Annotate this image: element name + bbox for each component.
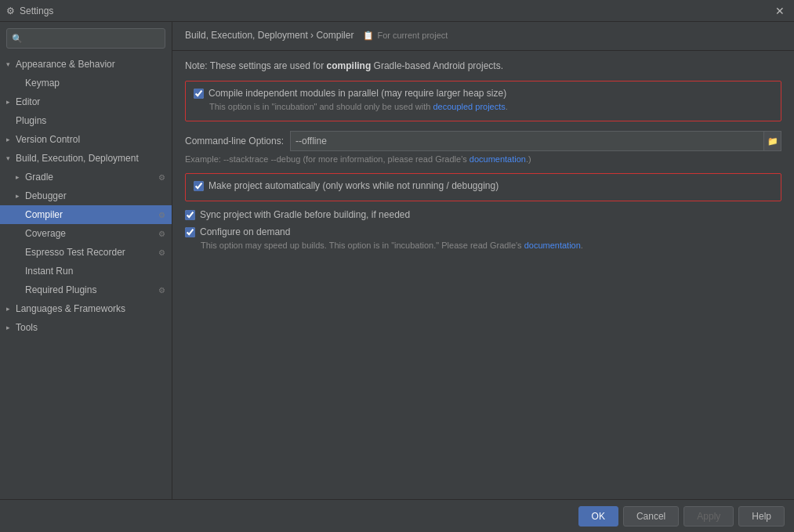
sidebar-item-version-control[interactable]: ▸ Version Control [0, 130, 172, 149]
checkbox-sync-label: Sync project with Gradle before building… [200, 209, 410, 220]
gear-icon: ⚙ [154, 286, 165, 295]
arrow-right-icon: ▸ [6, 136, 16, 143]
sidebar-item-gradle[interactable]: ▸ Gradle ⚙ [0, 168, 172, 186]
note-prefix: Note: These settings are used for [185, 60, 327, 71]
arrow-down-icon: ▾ [6, 60, 16, 68]
sidebar: 🔍 ▾ Appearance & Behavior Keymap ▸ Edito… [0, 22, 172, 499]
sidebar-item-editor[interactable]: ▸ Editor [0, 92, 172, 111]
cancel-button[interactable]: Cancel [623, 506, 679, 527]
sidebar-item-label: Debugger [25, 190, 165, 201]
sidebar-item-label: Version Control [16, 134, 165, 145]
checkbox-make[interactable] [194, 181, 204, 191]
breadcrumb: Build, Execution, Deployment › Compiler … [185, 30, 781, 41]
help-button[interactable]: Help [738, 506, 785, 527]
sidebar-item-build-execution[interactable]: ▾ Build, Execution, Deployment [0, 149, 172, 168]
arrow-right-icon: ▸ [16, 173, 25, 181]
sidebar-item-label: Espresso Test Recorder [25, 247, 154, 258]
sidebar-item-label: Keymap [25, 78, 165, 89]
checkbox-configure-row: Configure on demand [185, 226, 781, 237]
cmd-folder-button[interactable]: 📁 [763, 132, 781, 150]
sidebar-item-label: Gradle [25, 172, 154, 183]
note-bold: compiling [327, 60, 372, 71]
cmd-input-wrapper: 📁 [290, 131, 781, 151]
sidebar-item-label: Editor [16, 96, 165, 107]
sidebar-item-keymap[interactable]: Keymap [0, 74, 172, 92]
for-project-label: For current project [377, 31, 448, 40]
example-prefix: Example: --stacktrace --debug (for more … [185, 154, 470, 164]
sidebar-item-label: Coverage [25, 228, 154, 239]
search-input[interactable] [26, 33, 160, 44]
incubation-note: This option is in "incubation" and shoul… [209, 102, 773, 111]
sidebar-item-label: Plugins [16, 115, 165, 126]
sidebar-item-required-plugins[interactable]: Required Plugins ⚙ [0, 280, 172, 299]
sidebar-item-coverage[interactable]: Coverage ⚙ [0, 224, 172, 243]
incubation-prefix: This option is in "incubation" and shoul… [209, 102, 433, 111]
content-body: Note: These settings are used for compil… [172, 51, 794, 499]
bottom-bar: OK Cancel Apply Help [0, 499, 794, 532]
title-bar-left: ⚙ Settings [6, 5, 53, 16]
sidebar-item-label: Tools [16, 322, 165, 333]
configure-note: This option may speed up builds. This op… [201, 241, 781, 250]
breadcrumb-path: Build, Execution, Deployment › Compiler [185, 30, 353, 41]
sidebar-item-compiler[interactable]: Compiler ⚙ [0, 205, 172, 224]
sidebar-item-tools[interactable]: ▸ Tools [0, 318, 172, 337]
sidebar-item-label: Instant Run [25, 266, 165, 277]
search-box[interactable]: 🔍 [6, 28, 165, 49]
settings-icon: ⚙ [6, 5, 15, 16]
checkbox-parallel-row: Compile independent modules in parallel … [194, 88, 773, 99]
cmd-options-row: Command-line Options: 📁 [185, 131, 781, 151]
sidebar-item-label: Compiler [25, 209, 154, 220]
sidebar-item-label: Build, Execution, Deployment [16, 153, 165, 164]
cmd-input[interactable] [291, 136, 763, 147]
main-layout: 🔍 ▾ Appearance & Behavior Keymap ▸ Edito… [0, 22, 794, 499]
content-header: Build, Execution, Deployment › Compiler … [172, 22, 794, 51]
gear-icon: ⚙ [154, 211, 165, 219]
checkbox-sync-row: Sync project with Gradle before building… [185, 209, 781, 220]
documentation-link-1[interactable]: documentation [470, 154, 526, 164]
close-button[interactable]: ✕ [772, 3, 788, 19]
example-suffix: .) [526, 154, 531, 164]
sidebar-item-label: Languages & Frameworks [16, 303, 165, 314]
checkbox-make-row: Make project automatically (only works w… [194, 180, 773, 191]
arrow-right-icon: ▸ [6, 305, 16, 313]
checkbox-make-label: Make project automatically (only works w… [208, 180, 499, 191]
checkbox-configure[interactable] [185, 227, 195, 237]
incubation-suffix: . [506, 102, 508, 111]
checkbox-parallel-label: Compile independent modules in parallel … [208, 88, 506, 99]
configure-note-suffix: . [581, 241, 583, 250]
gear-icon: ⚙ [154, 248, 165, 257]
note-suffix: Gradle-based Android projects. [371, 60, 503, 71]
parallel-compile-box: Compile independent modules in parallel … [185, 81, 781, 121]
make-project-box: Make project automatically (only works w… [185, 173, 781, 201]
window-title: Settings [20, 5, 53, 16]
project-icon: 📋 [363, 31, 374, 41]
sidebar-item-instant-run[interactable]: Instant Run [0, 262, 172, 280]
arrow-down-icon: ▾ [6, 154, 16, 162]
sidebar-item-appearance[interactable]: ▾ Appearance & Behavior [0, 55, 172, 74]
note-text: Note: These settings are used for compil… [185, 60, 781, 71]
arrow-right-icon: ▸ [6, 324, 16, 331]
sidebar-item-espresso[interactable]: Espresso Test Recorder ⚙ [0, 243, 172, 262]
title-bar: ⚙ Settings ✕ [0, 0, 794, 22]
sidebar-item-debugger[interactable]: ▸ Debugger [0, 186, 172, 205]
documentation-link-2[interactable]: documentation [524, 241, 581, 250]
checkbox-sync[interactable] [185, 210, 195, 220]
cmd-options-label: Command-line Options: [185, 136, 284, 147]
sidebar-item-languages[interactable]: ▸ Languages & Frameworks [0, 299, 172, 318]
gear-icon: ⚙ [154, 173, 165, 182]
decoupled-projects-link[interactable]: decoupled projects [433, 102, 505, 111]
example-text: Example: --stacktrace --debug (for more … [185, 154, 781, 164]
sidebar-item-label: Appearance & Behavior [16, 59, 165, 70]
content-area: Build, Execution, Deployment › Compiler … [172, 22, 794, 499]
sidebar-item-label: Required Plugins [25, 284, 154, 295]
arrow-right-icon: ▸ [6, 98, 16, 106]
gear-icon: ⚙ [154, 230, 165, 238]
arrow-right-icon: ▸ [16, 192, 25, 200]
sidebar-item-plugins[interactable]: Plugins [0, 111, 172, 130]
ok-button[interactable]: OK [578, 506, 618, 527]
search-icon: 🔍 [12, 34, 23, 44]
configure-note-prefix: This option may speed up builds. This op… [201, 241, 524, 250]
checkbox-configure-label: Configure on demand [200, 226, 290, 237]
apply-button[interactable]: Apply [683, 506, 734, 527]
checkbox-parallel[interactable] [194, 89, 204, 99]
